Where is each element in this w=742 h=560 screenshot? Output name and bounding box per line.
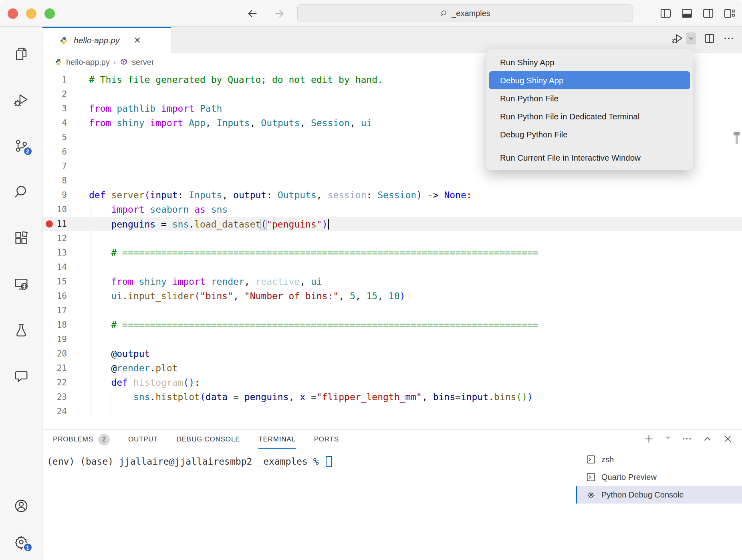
panel-tab-output[interactable]: OUTPUT [128,430,158,449]
titlebar: _examples [0,0,742,27]
panel-tab-problems[interactable]: PROBLEMS2 [53,430,110,449]
code-line-16: 16 ui.input_slider("bins", "Number of bi… [42,289,742,303]
run-debug-dropdown-menu: Run Shiny AppDebug Shiny AppRun Python F… [486,49,693,170]
line-number: 23 [56,392,67,402]
code-line-22: 22 def histogram(): [42,375,742,390]
activity-bar: 2 1 [0,27,42,560]
terminal-list-item[interactable]: zsh [576,451,742,468]
navigate-forward-button[interactable] [273,7,286,20]
line-number: 15 [56,277,67,286]
symbol-namespace-icon [119,58,128,66]
code-text: from shiny import render, reactive, ui [89,276,322,287]
line-number: 12 [56,234,67,243]
remote-explorer-icon [14,276,29,292]
text-cursor [328,219,329,230]
split-editor-icon[interactable] [704,32,716,44]
code-text: from shiny import App, Inputs, Outputs, … [89,118,372,128]
code-line-18: 18 # ===================================… [42,318,742,332]
testing-icon [14,322,29,338]
activity-bar-item-testing[interactable] [14,322,29,338]
code-line-9: 9def server(input: Inputs, output: Outpu… [42,188,742,202]
code-line-17: 17 [42,303,742,318]
menu-item[interactable]: Run Current File in Interactive Window [489,149,690,167]
command-center-label: _examples [452,9,490,18]
code-text: @render.plot [89,363,178,373]
code-text: # ======================================… [89,248,538,258]
terminal-output[interactable]: (env) (base) jjallaire@jjallairesmbp2 _e… [47,456,332,467]
activity-bar-item-settings[interactable]: 1 [14,534,29,550]
toggle-panel-icon[interactable] [681,7,693,20]
menu-item[interactable]: Run Python File [489,89,690,107]
window-minimize-button[interactable] [26,8,36,19]
breadcrumb-file[interactable]: hello-app.py [66,58,110,67]
line-number: 1 [56,75,67,85]
code-line-20: 20 @output [42,346,742,361]
line-number: 19 [56,334,67,344]
editor-actions [671,32,735,44]
code-line-21: 21 @render.plot [42,361,742,375]
panel-tab-label: OUTPUT [128,435,158,443]
toggle-secondary-sidebar-icon[interactable] [702,7,714,20]
panel-tab-terminal[interactable]: TERMINAL [258,430,295,449]
line-number: 14 [56,262,67,272]
run-dropdown-chevron[interactable] [686,32,696,44]
activity-bar-item-comments[interactable] [14,369,29,384]
toggle-primary-sidebar-icon[interactable] [659,7,672,20]
activity-bar-item-run-and-debug[interactable] [14,92,29,107]
line-number: 16 [56,291,67,301]
code-line-11: 11 penguins = sns.load_dataset("penguins… [42,217,742,231]
run-or-debug-icon[interactable] [671,32,684,44]
tab-hello-app[interactable]: hello-app.py ✕ [42,27,171,53]
activity-bar-item-explorer[interactable] [14,46,29,61]
code-line-10: 10 import seaborn as sns [42,202,742,217]
search-icon [440,9,448,18]
line-number: 4 [56,118,67,128]
code-text: def server(input: Inputs, output: Output… [89,190,472,200]
breakpoint-dot[interactable] [42,220,56,228]
terminal-icon [586,454,596,465]
code-text: import seaborn as sns [89,204,228,215]
panel-tab-label: TERMINAL [258,435,295,443]
line-number: 7 [56,161,67,171]
terminal-list: zshQuarto PreviewPython Debug Console [576,430,742,560]
line-number: 8 [56,176,67,185]
menu-item[interactable]: Debug Python File [489,125,690,143]
activity-bar-item-source-control[interactable]: 2 [14,138,29,153]
bottom-panel: PROBLEMS2OUTPUTDEBUG CONSOLETERMINALPORT… [42,429,742,560]
breadcrumb-symbol[interactable]: server [132,58,154,67]
menu-item[interactable]: Debug Shiny App [489,71,690,89]
terminal-icon [586,472,596,482]
code-line-13: 13 # ===================================… [42,246,742,260]
activity-bar-bottom: 1 [14,498,29,560]
terminal-list-item[interactable]: Python Debug Console [576,486,742,504]
code-text: # ======================================… [89,320,538,330]
panel-tab-label: DEBUG CONSOLE [177,435,240,443]
activity-bar-item-search[interactable] [14,184,29,199]
code-line-8: 8 [42,173,742,188]
minimap [736,135,738,144]
command-center-search[interactable]: _examples [297,4,633,22]
panel-tab-debug-console[interactable]: DEBUG CONSOLE [177,430,240,449]
line-number: 22 [56,378,67,387]
line-number: 20 [56,349,67,359]
code-line-14: 14 [42,260,742,274]
activity-bar-item-remote-explorer[interactable] [14,276,29,292]
panel-tab-label: PROBLEMS [53,435,93,443]
line-number: 10 [56,205,67,214]
window-close-button[interactable] [8,8,18,19]
panel-tab-ports[interactable]: PORTS [314,430,339,449]
terminal-list-label: Python Debug Console [601,490,684,500]
window-zoom-button[interactable] [44,8,55,19]
menu-separator [494,146,685,146]
menu-item[interactable]: Run Shiny App [489,53,690,71]
menu-item[interactable]: Run Python File in Dedicated Terminal [489,107,690,125]
tab-close-icon[interactable]: ✕ [133,35,141,46]
activity-bar-item-extensions[interactable] [14,230,29,246]
terminal-list-item[interactable]: Quarto Preview [576,468,742,486]
activity-bar-item-account[interactable] [14,498,29,514]
editor-more-actions-icon[interactable] [723,32,735,44]
navigate-back-button[interactable] [246,7,259,20]
customize-layout-icon[interactable] [723,7,736,20]
line-number: 24 [56,407,67,416]
code-line-23: 23 sns.histplot(data = penguins, x ="fli… [42,390,742,404]
